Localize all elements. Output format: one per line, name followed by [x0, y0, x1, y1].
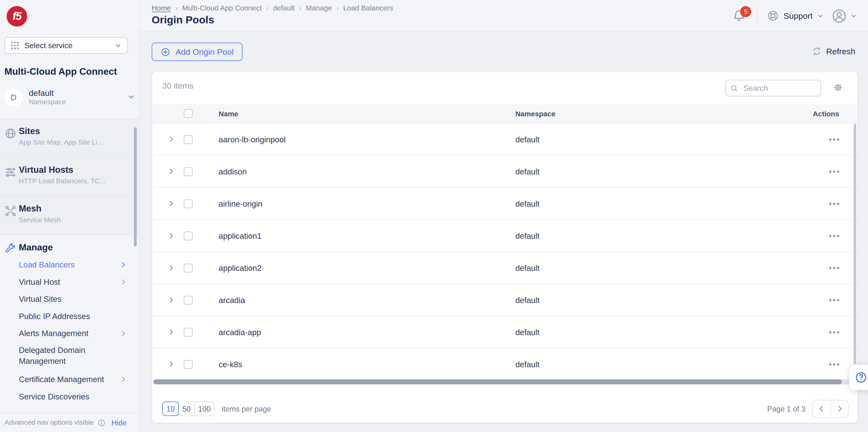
- table-row[interactable]: ce-k8sdefault: [152, 348, 858, 380]
- wrench-icon: [4, 243, 16, 254]
- row-actions-icon[interactable]: [829, 235, 839, 237]
- breadcrumb-item[interactable]: default: [273, 4, 295, 12]
- account-menu[interactable]: [832, 8, 857, 24]
- expand-row-icon[interactable]: [168, 360, 175, 368]
- page-title: Origin Pools: [152, 14, 214, 26]
- row-namespace: default: [516, 167, 539, 176]
- gear-icon[interactable]: [833, 83, 843, 92]
- expand-row-icon[interactable]: [168, 264, 175, 271]
- section-subtitle: HTTP Load Balancers, TC...: [19, 177, 127, 185]
- page-size-100-button[interactable]: 100: [194, 402, 214, 416]
- row-checkbox[interactable]: [184, 231, 192, 240]
- globe-icon: [4, 127, 17, 140]
- origin-pool-name[interactable]: arcadia: [219, 295, 245, 304]
- row-namespace: default: [516, 327, 539, 336]
- refresh-button[interactable]: Refresh: [812, 47, 855, 56]
- row-checkbox[interactable]: [184, 327, 192, 336]
- expand-row-icon[interactable]: [168, 168, 175, 175]
- sidebar-section-virtual-hosts[interactable]: Virtual HostsHTTP Load Balancers, TC...: [0, 157, 139, 196]
- table-row[interactable]: aaron-lb-originpooldefault: [152, 123, 858, 155]
- breadcrumb-item[interactable]: Multi-Cloud App Connect: [182, 4, 261, 12]
- next-page-button[interactable]: [830, 400, 848, 417]
- section-subtitle: App Site Map, App Site Li...: [19, 139, 127, 147]
- support-menu[interactable]: Support: [768, 10, 824, 22]
- row-checkbox[interactable]: [184, 263, 192, 272]
- notifications-button[interactable]: 5: [733, 8, 747, 23]
- row-namespace: default: [516, 135, 539, 144]
- row-actions-icon[interactable]: [829, 299, 839, 301]
- origin-pool-name[interactable]: ce-k8s: [219, 360, 242, 369]
- row-checkbox[interactable]: [184, 167, 192, 176]
- row-actions-icon[interactable]: [829, 202, 839, 205]
- manage-title: Manage: [19, 242, 53, 252]
- expand-row-icon[interactable]: [168, 135, 175, 143]
- table-vertical-scrollbar[interactable]: [854, 123, 856, 364]
- origin-pool-name[interactable]: aaron-lb-originpool: [219, 135, 285, 144]
- refresh-icon: [812, 47, 822, 56]
- search-input[interactable]: [742, 83, 809, 93]
- chevron-right-icon: [120, 278, 127, 285]
- breadcrumb-item[interactable]: Home: [152, 4, 171, 12]
- sidebar-item-service-discoveries[interactable]: Service Discoveries: [0, 388, 139, 405]
- sidebar-section-sites[interactable]: SitesApp Site Map, App Site Li...: [0, 118, 139, 157]
- row-actions-icon[interactable]: [829, 331, 839, 333]
- help-button[interactable]: [849, 365, 868, 390]
- life-ring-icon: [768, 10, 779, 22]
- expand-row-icon[interactable]: [168, 296, 175, 303]
- row-actions-icon[interactable]: [829, 170, 839, 173]
- row-actions-icon[interactable]: [829, 363, 839, 365]
- select-service-dropdown[interactable]: Select service: [4, 37, 128, 54]
- breadcrumb-item[interactable]: Load Balancers: [343, 4, 393, 12]
- origin-pool-name[interactable]: application1: [219, 231, 261, 240]
- origin-pool-name[interactable]: airline-origin: [219, 199, 262, 208]
- advanced-nav-text: Advanced nav options visible: [4, 419, 94, 426]
- sidebar-item-delegated-domain-management[interactable]: Delegated Domain Management: [0, 342, 139, 370]
- table-row[interactable]: arcadia-appdefault: [152, 316, 858, 348]
- origin-pool-name[interactable]: application2: [219, 263, 261, 272]
- row-checkbox[interactable]: [184, 199, 192, 208]
- sidebar-item-virtual-host[interactable]: Virtual Host: [0, 273, 139, 290]
- namespace-selector[interactable]: D default Namespace: [4, 84, 135, 110]
- breadcrumb-separator-icon: ›: [266, 4, 269, 12]
- row-actions-icon[interactable]: [829, 138, 839, 140]
- select-all-checkbox[interactable]: [184, 109, 192, 118]
- table-horizontal-scrollbar[interactable]: [153, 379, 842, 384]
- expand-row-icon[interactable]: [168, 200, 175, 207]
- page-size-10-button[interactable]: 10: [162, 402, 179, 416]
- namespace-name: default: [29, 88, 127, 98]
- page-size-50-button[interactable]: 50: [178, 402, 195, 416]
- breadcrumb-separator-icon: ›: [299, 4, 302, 12]
- row-checkbox[interactable]: [184, 360, 192, 369]
- row-actions-icon[interactable]: [829, 267, 839, 269]
- row-checkbox[interactable]: [184, 135, 192, 144]
- previous-page-button[interactable]: [812, 400, 830, 417]
- table-row[interactable]: arcadiadefault: [152, 284, 858, 316]
- sidebar-item-load-balancers[interactable]: Load Balancers: [0, 256, 139, 273]
- grid-icon: [10, 41, 19, 50]
- origin-pool-name[interactable]: addison: [219, 167, 247, 176]
- row-checkbox[interactable]: [184, 295, 192, 304]
- sidebar-item-alerts-management[interactable]: Alerts Management: [0, 325, 139, 342]
- add-origin-pool-button[interactable]: Add Origin Pool: [152, 42, 243, 61]
- sidebar-item-certificate-management[interactable]: Certificate Management: [0, 370, 139, 388]
- origin-pool-name[interactable]: arcadia-app: [219, 327, 261, 336]
- table-row[interactable]: application2default: [152, 252, 858, 284]
- sidebar-section-mesh[interactable]: MeshService Mesh: [0, 196, 139, 235]
- sidebar-item-label: Certificate Management: [19, 375, 104, 383]
- table-row[interactable]: application1default: [152, 220, 858, 252]
- expand-row-icon[interactable]: [168, 232, 175, 239]
- items-count: 30 items: [162, 81, 193, 90]
- sidebar-item-public-ip-addresses[interactable]: Public IP Addresses: [0, 307, 139, 325]
- search-icon: [730, 84, 738, 92]
- sidebar-item-virtual-sites[interactable]: Virtual Sites: [0, 290, 139, 307]
- table-row[interactable]: airline-origindefault: [152, 188, 858, 220]
- f5-logo-icon[interactable]: f5: [6, 6, 27, 27]
- expand-row-icon[interactable]: [168, 328, 175, 335]
- hide-nav-link[interactable]: Hide: [111, 419, 127, 427]
- breadcrumb-item[interactable]: Manage: [306, 4, 332, 12]
- topbar-divider: [757, 6, 757, 25]
- table-row[interactable]: addisondefault: [152, 155, 858, 188]
- chevron-right-icon: [120, 376, 127, 382]
- sidebar-scrollbar[interactable]: [134, 127, 137, 246]
- column-header-name: Name: [219, 110, 238, 118]
